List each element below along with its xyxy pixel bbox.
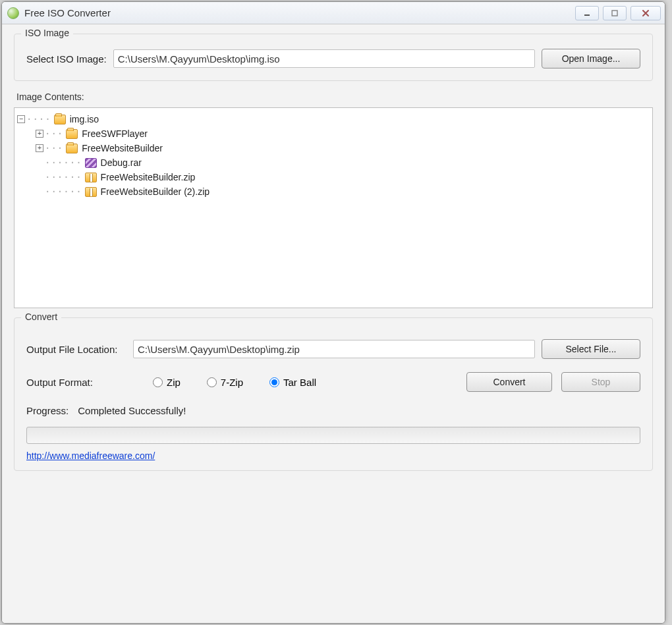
tree-node[interactable]: ······ FreeWebsiteBuilder.zip [17, 170, 650, 184]
titlebar: Free ISO Converter [2, 2, 665, 24]
tree-connector: ······ [45, 157, 82, 168]
select-iso-label: Select ISO Image: [26, 53, 107, 65]
tarball-radio-label: Tar Ball [283, 377, 316, 388]
tree-node-label: FreeWebsiteBuilder.zip [101, 172, 196, 182]
tree-root[interactable]: − ···· img.iso [17, 112, 650, 126]
svg-rect-0 [584, 14, 590, 16]
progress-status: Completed Successfully! [78, 405, 186, 416]
window-title: Free ISO Converter [24, 7, 111, 18]
tree-connector: ······ [45, 172, 82, 182]
app-window: Free ISO Converter ISO Image Select ISO … [1, 1, 665, 624]
tree-connector: ··· [45, 143, 63, 153]
zip-radio-label: Zip [167, 377, 181, 388]
minimize-button[interactable] [575, 6, 599, 20]
app-icon [7, 7, 19, 19]
website-link[interactable]: http://www.mediafreeware.com/ [26, 450, 155, 461]
image-contents-tree[interactable]: − ···· img.iso + ··· FreeSWFPlayer + ···… [14, 107, 653, 308]
maximize-button[interactable] [603, 6, 627, 20]
output-location-label: Output File Location: [26, 344, 126, 355]
rar-icon [85, 158, 97, 168]
tree-node[interactable]: + ··· FreeWebsiteBuilder [17, 141, 650, 155]
tree-node-label: FreeSWFPlayer [82, 128, 148, 139]
tree-node-label: FreeWebsiteBuilder (2).zip [101, 186, 210, 197]
select-file-button[interactable]: Select File... [542, 339, 640, 359]
output-path-input[interactable] [133, 340, 535, 358]
format-tarball-option[interactable]: Tar Ball [269, 377, 316, 388]
zip-icon [85, 173, 97, 182]
window-controls [575, 6, 665, 20]
tree-root-label: img.iso [70, 114, 99, 124]
tarball-radio[interactable] [269, 377, 279, 387]
tree-node[interactable]: ······ Debug.rar [17, 155, 650, 170]
iso-path-input[interactable] [113, 49, 535, 68]
open-image-button[interactable]: Open Image... [542, 49, 640, 68]
output-format-label: Output Format: [26, 377, 126, 388]
expand-icon[interactable]: + [36, 130, 43, 138]
close-button[interactable] [630, 6, 661, 20]
tree-node-label: FreeWebsiteBuilder [82, 143, 163, 153]
content-area: ISO Image Select ISO Image: Open Image..… [2, 24, 665, 623]
zip-radio[interactable] [153, 377, 163, 387]
folder-icon [66, 144, 78, 153]
expand-icon[interactable]: + [36, 144, 43, 152]
zip-icon [85, 187, 97, 197]
convert-button[interactable]: Convert [466, 372, 552, 392]
image-contents-label: Image Contents: [16, 92, 653, 102]
7zip-radio-label: 7-Zip [221, 377, 243, 388]
svg-rect-1 [612, 11, 617, 16]
tree-node[interactable]: ······ FreeWebsiteBuilder (2).zip [17, 184, 650, 199]
format-zip-option[interactable]: Zip [153, 377, 181, 388]
progress-label: Progress: [26, 405, 69, 416]
tree-node-label: Debug.rar [101, 157, 142, 168]
iso-image-group: ISO Image Select ISO Image: Open Image..… [14, 34, 653, 81]
tree-connector: ···· [26, 114, 51, 124]
tree-connector: ······ [45, 186, 82, 197]
collapse-icon[interactable]: − [17, 115, 25, 123]
stop-button[interactable]: Stop [561, 372, 640, 392]
iso-image-legend: ISO Image [21, 28, 73, 38]
format-7zip-option[interactable]: 7-Zip [207, 377, 243, 388]
convert-legend: Convert [21, 312, 61, 322]
folder-icon [66, 129, 78, 139]
7zip-radio[interactable] [207, 377, 217, 387]
tree-connector: ··· [45, 128, 63, 139]
folder-icon [54, 115, 66, 124]
tree-node[interactable]: + ··· FreeSWFPlayer [17, 126, 650, 141]
convert-group: Convert Output File Location: Select Fil… [14, 317, 653, 471]
progress-bar [26, 427, 640, 444]
